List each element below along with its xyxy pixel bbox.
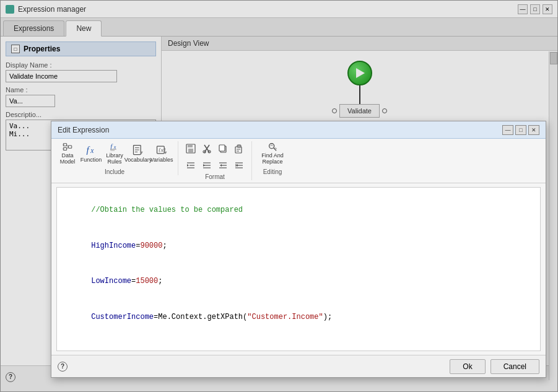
modal-title-bar: Edit Expression — □ ✕: [51, 121, 546, 139]
svg-marker-41: [203, 164, 205, 167]
unindent-button[interactable]: [216, 157, 230, 172]
code-editor[interactable]: //Obtain the values to be compared HighI…: [56, 187, 541, 351]
svg-rect-23: [188, 149, 193, 152]
toolbar-group-include: DataModel f x Function f x: [56, 141, 178, 175]
svg-text:▼: ▼: [139, 150, 144, 155]
code-line-4: CustomerIncome=Me.Context.getXPath("Cust…: [64, 300, 533, 336]
svg-rect-31: [237, 145, 241, 147]
code-line-1: //Obtain the values to be compared: [64, 193, 533, 229]
svg-text:x: x: [90, 147, 94, 155]
find-replace-icon: [266, 142, 279, 152]
modal-maximize-button[interactable]: □: [515, 125, 526, 135]
cut-icon: [202, 144, 212, 154]
code-var-3: CustomerIncome: [91, 313, 154, 321]
modal-help-icon[interactable]: ?: [58, 362, 68, 372]
indent-left-button[interactable]: [183, 157, 198, 172]
find-replace-button[interactable]: Find AndReplace: [257, 141, 288, 166]
indent-left2-button[interactable]: [199, 157, 214, 172]
code-comment: //Obtain the values to be compared: [91, 206, 243, 214]
format-top-row: [183, 141, 246, 156]
edit-expression-modal: Edit Expression — □ ✕: [51, 121, 546, 378]
library-rules-icon: f x: [108, 142, 121, 152]
toolbar-group-editing: Find AndReplace Editing: [257, 141, 293, 175]
modal-title: Edit Expression: [58, 126, 109, 134]
function-icon: f x: [85, 144, 97, 156]
save-icon: [186, 144, 196, 154]
function-label: Function: [81, 157, 102, 163]
code-line-2: HighIncome=90000;: [64, 229, 533, 264]
svg-marker-45: [220, 164, 222, 167]
toolbar-group-format: Format: [183, 141, 252, 180]
modal-footer: ? Ok Cancel: [51, 355, 546, 377]
svg-rect-2: [68, 146, 71, 148]
code-line-3: LowIncome=15000;: [64, 264, 533, 300]
cut-button[interactable]: [199, 141, 214, 156]
svg-point-6: [63, 149, 64, 149]
svg-rect-22: [188, 144, 193, 147]
function-button[interactable]: f x Function: [80, 141, 102, 166]
data-model-button[interactable]: DataModel: [56, 141, 79, 166]
variables-label: Variables: [150, 157, 173, 163]
save-button[interactable]: [183, 141, 198, 156]
svg-rect-11: [110, 149, 116, 149]
svg-text:f: f: [110, 142, 113, 150]
paste-icon: [234, 144, 244, 154]
include-label: Include: [105, 168, 124, 175]
indent-left2-icon: [202, 160, 212, 170]
unindent-icon: [218, 160, 228, 170]
variables-icon: {x} ▼: [155, 144, 168, 156]
library-rules-button[interactable]: f x LibraryRules: [103, 141, 126, 166]
copy-icon: [218, 144, 228, 154]
modal-minimize-button[interactable]: —: [502, 125, 513, 135]
unindent2-button[interactable]: [232, 157, 246, 172]
format-bottom-row: [183, 157, 246, 172]
svg-point-51: [269, 144, 274, 149]
ok-button[interactable]: Ok: [450, 359, 485, 374]
svg-text:▼: ▼: [163, 150, 168, 155]
footer-buttons: Ok Cancel: [450, 359, 539, 374]
vocabulary-label: Vocabulary: [124, 157, 152, 163]
modal-controls: — □ ✕: [502, 125, 539, 135]
toolbar: DataModel f x Function f x: [51, 139, 546, 183]
modal-close-button[interactable]: ✕: [528, 125, 539, 135]
svg-point-5: [63, 144, 64, 145]
data-model-icon: [61, 142, 74, 152]
copy-button[interactable]: [216, 141, 230, 156]
format-label: Format: [205, 173, 225, 180]
library-rules-label: LibraryRules: [106, 153, 123, 165]
vocabulary-icon: ▼: [132, 144, 144, 156]
include-icons-row: DataModel f x Function f x: [56, 141, 173, 166]
svg-marker-37: [187, 164, 189, 167]
editing-icons-row: Find AndReplace: [257, 141, 288, 166]
indent-left-icon: [186, 160, 196, 170]
code-var-1: HighIncome: [91, 242, 136, 250]
svg-rect-12: [110, 150, 115, 151]
code-var-2: LowIncome: [91, 277, 131, 285]
paste-button[interactable]: [232, 141, 246, 156]
svg-rect-29: [219, 145, 225, 151]
svg-text:f: f: [87, 145, 90, 155]
unindent2-icon: [234, 160, 244, 170]
editing-label: Editing: [263, 168, 282, 175]
vocabulary-button[interactable]: ▼ Vocabulary: [127, 141, 149, 166]
variables-button[interactable]: {x} ▼ Variables: [150, 141, 173, 166]
svg-text:x: x: [113, 144, 116, 150]
cancel-button[interactable]: Cancel: [490, 359, 539, 374]
find-replace-label: Find AndReplace: [261, 153, 284, 165]
data-model-label: DataModel: [60, 153, 76, 165]
